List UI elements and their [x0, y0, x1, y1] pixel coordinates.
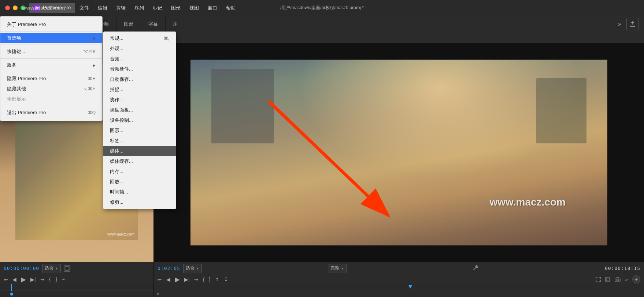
menu-section-about: 关于 Premiere Pro	[0, 18, 102, 31]
source-scroll-indicator	[10, 293, 13, 296]
source-skip-forward-button[interactable]: ⇥	[40, 277, 45, 282]
program-mark-in-button[interactable]: {	[203, 277, 205, 282]
minimize-button[interactable]	[13, 5, 18, 10]
film-icon	[64, 266, 70, 271]
pref-media[interactable]: 媒体...	[103, 146, 176, 156]
program-more-button[interactable]: »	[625, 277, 628, 282]
program-playhead[interactable]	[408, 285, 412, 289]
pref-audio[interactable]: 音频...	[103, 54, 176, 64]
menu-section-preferences: 首选项 ▶ 常规... ⌘, 外观... 音频... 音频硬件...	[0, 31, 102, 45]
export-icon	[630, 21, 636, 27]
menu-edit[interactable]: 编辑	[93, 3, 112, 13]
pref-trim[interactable]: 修剪...	[103, 197, 176, 207]
tab-library[interactable]: 库	[166, 16, 185, 32]
tab-captions[interactable]: 字幕	[141, 16, 166, 32]
pref-media-cache[interactable]: 媒体缓存...	[103, 156, 176, 166]
pref-labels[interactable]: 标签...	[103, 136, 176, 146]
source-mark-out-button[interactable]: }	[55, 276, 57, 283]
menu-clip[interactable]: 剪辑	[112, 3, 130, 13]
camera-icon	[615, 277, 621, 282]
svg-rect-10	[606, 278, 609, 281]
source-fit-dropdown[interactable]: 适合 ▼	[42, 264, 61, 273]
program-add-button[interactable]: +	[632, 275, 640, 283]
preferences-submenu: 常规... ⌘, 外观... 音频... 音频硬件... 自动保存... 捕捉.…	[103, 31, 176, 209]
program-button-row: ⇤ ◀ ▶ ▶| ⇥ { } ↥ ↧	[154, 275, 644, 284]
menu-about-premiere[interactable]: 关于 Premiere Pro	[0, 19, 102, 30]
program-scrollbar[interactable]	[154, 290, 644, 297]
program-timecode-left[interactable]: 0:02:05	[158, 266, 180, 271]
source-controls: 00:00:00:00 适合 ▼ ⇤ ◀	[0, 262, 153, 284]
workspace-tabs: 集合 编辑 效果 音频 图形 字幕 库	[18, 16, 613, 32]
source-step-forward-button[interactable]: ▶|	[30, 277, 36, 282]
source-insert-button[interactable]: ⇥	[62, 277, 64, 281]
source-scrollbar[interactable]	[0, 290, 153, 297]
pref-general[interactable]: 常规... ⌘,	[103, 33, 176, 44]
pref-capture[interactable]: 捕捉...	[103, 84, 176, 95]
film-frame-icon[interactable]	[64, 265, 70, 272]
building-left	[211, 69, 274, 143]
fullscreen-button[interactable]	[21, 5, 25, 10]
fullscreen-icon	[596, 277, 601, 282]
menu-graphics[interactable]: 图形	[167, 3, 185, 13]
pref-audio-hardware[interactable]: 音频硬件...	[103, 64, 176, 74]
source-play-button[interactable]: ▶	[21, 275, 26, 283]
menu-shortcuts[interactable]: 快捷键... ⌥⌘K	[0, 46, 102, 57]
menu-services[interactable]: 服务 ▶	[0, 60, 102, 70]
svg-rect-3	[65, 267, 66, 267]
menu-section-services: 服务 ▶	[0, 59, 102, 72]
pref-device-control[interactable]: 设备控制...	[103, 115, 176, 125]
source-timecode[interactable]: 00:00:00:00	[4, 266, 39, 271]
menu-premiere-pro[interactable]: Pr Premiere Pro	[29, 3, 75, 13]
wrench-svg	[473, 265, 478, 271]
pref-graphics[interactable]: 图形...	[103, 125, 176, 136]
menu-quit[interactable]: 退出 Premiere Pro ⌘Q	[0, 108, 102, 118]
svg-rect-5	[65, 270, 66, 270]
program-play-button[interactable]: ▶	[175, 275, 180, 283]
program-skip-back-button[interactable]: ⇤	[158, 277, 162, 282]
source-skip-back-button[interactable]: ⇤	[4, 277, 8, 282]
menu-file[interactable]: 文件	[75, 3, 93, 13]
services-arrow: ▶	[93, 63, 96, 67]
menu-marker[interactable]: 标记	[148, 3, 167, 13]
pref-auto-save[interactable]: 自动保存...	[103, 74, 176, 84]
wrench-icon[interactable]	[473, 265, 478, 272]
program-fit-arrow: ▼	[196, 267, 199, 270]
program-safe-margins-button[interactable]	[605, 277, 610, 282]
pref-appearance[interactable]: 外观...	[103, 44, 176, 54]
pref-timeline[interactable]: 时间轴...	[103, 187, 176, 197]
pref-playback[interactable]: 回放...	[103, 177, 176, 187]
program-fit-dropdown[interactable]: 适合 ▼	[183, 264, 202, 273]
source-mark-in-button[interactable]: {	[49, 276, 51, 283]
pref-memory[interactable]: 内存...	[103, 166, 176, 177]
program-skip-forward-button[interactable]: ⇥	[194, 277, 199, 282]
program-mark-out-button[interactable]: }	[209, 277, 211, 282]
program-video-frame: www.macz.com	[154, 43, 644, 262]
video-watermark-text: www.macz.com	[489, 196, 565, 208]
menu-preferences[interactable]: 首选项 ▶	[0, 33, 102, 43]
menu-hide-others[interactable]: 隐藏其他 ⌥⌘H	[0, 84, 102, 94]
source-step-back-button[interactable]: ◀	[12, 277, 16, 282]
program-lift-button[interactable]: ↥	[215, 277, 219, 282]
window-title: /用户/macdown/桌面/pr教程/macz0.prproj *	[280, 5, 364, 11]
menu-section-quit: 退出 Premiere Pro ⌘Q	[0, 106, 102, 119]
svg-rect-6	[68, 270, 69, 270]
program-quality-dropdown[interactable]: 完整 ▼	[328, 264, 347, 273]
program-extract-button[interactable]: ↧	[224, 277, 228, 282]
menu-hide-premiere[interactable]: 隐藏 Premiere Pro ⌘H	[0, 74, 102, 84]
program-step-back-button[interactable]: ◀	[166, 277, 170, 282]
export-button[interactable]	[626, 18, 639, 30]
source-playhead[interactable]	[11, 284, 12, 291]
tab-graphics2[interactable]: 图形	[116, 16, 141, 32]
program-ruler	[154, 284, 644, 290]
menu-view[interactable]: 视图	[185, 3, 203, 13]
close-button[interactable]	[5, 5, 10, 10]
menu-sequence[interactable]: 序列	[130, 3, 148, 13]
more-tabs-button[interactable]: »	[613, 21, 626, 27]
program-step-forward-button[interactable]: ▶|	[184, 277, 190, 282]
pref-collaboration[interactable]: 协作...	[103, 95, 176, 105]
menu-window[interactable]: 窗口	[203, 3, 222, 13]
program-camera-button[interactable]	[615, 277, 621, 282]
program-fullscreen-button[interactable]	[596, 277, 601, 282]
pref-control-surface[interactable]: 操纵面板...	[103, 105, 176, 115]
menu-help[interactable]: 帮助	[222, 3, 240, 13]
